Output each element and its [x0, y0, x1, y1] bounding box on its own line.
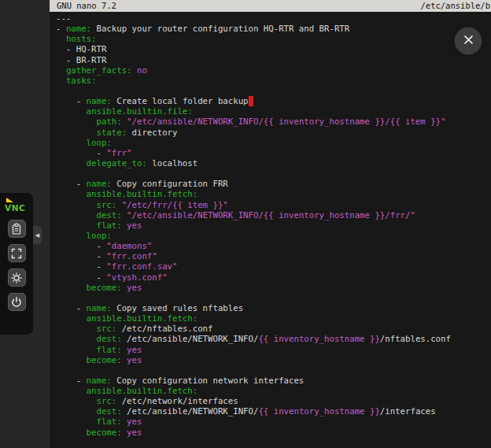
novnc-logo-text: VNC: [5, 203, 28, 213]
editor-line: state: directory: [56, 128, 491, 138]
code-segment: -: [56, 376, 87, 386]
code-segment: "/etc/ansible/NETWORK_INFO/{{ inventory_…: [127, 210, 415, 220]
code-segment: loop:: [87, 231, 112, 241]
code-segment: [56, 231, 87, 241]
nano-titlebar: GNU nano 7.2 /etc/ansible/b: [50, 0, 491, 12]
editor-line: - name: Copy saved rules nftables: [56, 303, 491, 313]
editor-line: hosts:: [56, 34, 491, 44]
editor-line: flat: yes: [56, 417, 491, 427]
editor-line: - name: Copy configuration FRR: [56, 179, 491, 189]
code-segment: name:: [87, 96, 112, 106]
editor-line: delegate_to: localhost: [56, 158, 491, 168]
code-segment: - BR-RTR: [56, 55, 106, 65]
code-segment: become:: [87, 355, 122, 365]
power-icon: [10, 296, 23, 309]
close-icon: [463, 34, 474, 49]
code-segment: "daemons": [106, 241, 152, 251]
code-segment: ansible.builtin.fetch:: [87, 189, 198, 199]
code-segment: name:: [87, 179, 112, 189]
code-segment: "/etc/ansible/NETWORK_INFO/{{ inventory_…: [127, 117, 445, 127]
chevron-left-icon: ◀: [35, 232, 39, 239]
code-segment: -: [56, 303, 87, 313]
code-segment: -: [56, 179, 87, 189]
code-segment: become:: [87, 283, 122, 293]
code-segment: ---: [56, 13, 71, 24]
editor-line: gather_facts: no: [56, 65, 491, 76]
code-segment: /nftables.conf: [380, 334, 451, 344]
code-segment: Copy configuration network interfaces: [112, 376, 305, 386]
editor-line: - name: Backup your router configuration…: [56, 24, 491, 34]
code-segment: gather_facts:: [66, 65, 132, 76]
code-segment: flat:: [96, 345, 121, 355]
code-segment: yes: [127, 417, 142, 427]
code-segment: [56, 65, 66, 76]
code-segment: -: [56, 251, 106, 261]
code-segment: [56, 313, 87, 324]
vnc-control-panel: VNC: [0, 193, 33, 335]
code-segment: hosts:: [66, 34, 97, 44]
fullscreen-button[interactable]: [8, 244, 26, 262]
code-segment: "frr.conf": [106, 251, 157, 261]
code-segment: [56, 345, 96, 355]
code-segment: src:: [96, 200, 116, 210]
code-segment: Create local folder backup: [112, 96, 249, 106]
editor-line: loop:: [56, 138, 491, 148]
editor-line: flat: yes: [56, 345, 491, 355]
editor-line: ansible.builtin.fetch:: [56, 189, 491, 199]
code-segment: localhost: [147, 158, 198, 168]
code-segment: yes: [127, 355, 142, 365]
editor-line: - "daemons": [56, 241, 491, 251]
code-segment: "vtysh.conf": [106, 272, 167, 283]
editor-line: - name: Create local folder backup: [56, 96, 491, 106]
nano-editor-area[interactable]: ---- name: Backup your router configurat…: [50, 12, 491, 438]
code-segment: [56, 406, 96, 417]
code-segment: Backup your router configuration HQ-RTR …: [91, 24, 349, 34]
code-segment: Copy configuration FRR: [112, 179, 228, 189]
editor-line: - HQ-RTR: [56, 44, 491, 54]
panel-collapse-handle[interactable]: ◀: [33, 226, 42, 244]
code-segment: ansible.builtin.fetch:: [87, 313, 198, 324]
editor-line: become: yes: [56, 283, 491, 293]
code-segment: yes: [127, 428, 142, 438]
code-segment: - HQ-RTR: [56, 44, 106, 54]
code-segment: "frr": [106, 148, 131, 158]
novnc-logo-accent-icon: [6, 198, 13, 202]
editor-line: [56, 365, 491, 376]
code-segment: [56, 117, 96, 127]
code-segment: state:: [96, 128, 127, 138]
editor-line: ansible.builtin.file:: [56, 106, 491, 117]
code-segment: delegate_to:: [87, 158, 147, 168]
code-segment: name:: [66, 24, 91, 34]
code-segment: [56, 355, 87, 365]
editor-line: become: yes: [56, 428, 491, 438]
code-segment: /etc/ansible/NETWORK_INFO/: [122, 406, 259, 417]
code-segment: [56, 220, 96, 231]
nano-version-label: GNU nano 7.2: [57, 0, 116, 12]
clipboard-button[interactable]: [8, 220, 26, 238]
code-segment: yes: [127, 220, 142, 231]
editor-line: - "vtysh.conf": [56, 272, 491, 283]
editor-line: dest: /etc/ansible/NETWORK_INFO/{{ inven…: [56, 406, 491, 417]
code-segment: {{ inventory_hostname }}: [258, 334, 379, 344]
code-segment: dest:: [96, 406, 121, 417]
code-segment: flat:: [96, 417, 121, 427]
vnc-button-stack: [8, 220, 26, 311]
settings-button[interactable]: [8, 268, 26, 287]
code-segment: src:: [96, 324, 116, 334]
power-button[interactable]: [8, 293, 26, 311]
editor-line: src: "/etc/frr/{{ item }}": [56, 200, 491, 210]
editor-line: loop:: [56, 231, 491, 241]
code-segment: no: [137, 65, 147, 76]
code-segment: [56, 210, 96, 220]
code-segment: -: [56, 261, 106, 272]
code-segment: yes: [127, 345, 142, 355]
close-button[interactable]: [455, 28, 482, 54]
code-segment: -: [56, 148, 106, 158]
code-segment: [56, 158, 87, 168]
editor-line: ---: [56, 13, 491, 24]
editor-line: - name: Copy configuration network inter…: [56, 376, 491, 386]
editor-line: - "frr.conf": [56, 251, 491, 261]
editor-line: - "frr.conf.sav": [56, 261, 491, 272]
code-segment: /etc/ansible/NETWORK_INFO/: [122, 334, 259, 344]
editor-line: src: /etc/nftables.conf: [56, 324, 491, 334]
